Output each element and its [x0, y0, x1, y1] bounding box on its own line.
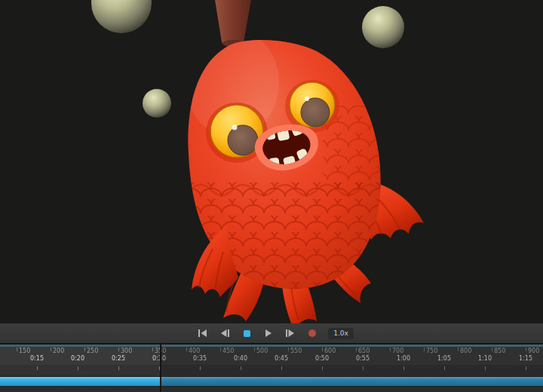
record-icon	[308, 329, 316, 337]
play-icon	[265, 329, 272, 337]
progress-remaining	[160, 377, 543, 386]
step-forward-icon	[286, 329, 295, 337]
bubble	[143, 89, 171, 118]
frame-number-label: 200	[53, 348, 64, 354]
step-back-button[interactable]	[219, 327, 231, 339]
fish-artwork	[0, 0, 543, 323]
frame-tick	[17, 348, 17, 351]
bubble	[91, 0, 152, 33]
time-tick	[118, 366, 119, 370]
record-button[interactable]	[306, 327, 318, 339]
animation-player-window: 1.0x 15020025030035040045050055060065070…	[0, 0, 543, 392]
time-tick	[37, 366, 38, 370]
frame-tick	[51, 348, 51, 351]
step-forward-button[interactable]	[284, 327, 296, 339]
play-button[interactable]	[262, 327, 275, 339]
transport-bar: 1.0x	[0, 323, 543, 343]
ruler-future-shade	[160, 347, 543, 376]
goldfish-character	[181, 0, 424, 323]
frame-tick	[84, 348, 85, 351]
timeline-progress-track[interactable]	[0, 376, 543, 387]
frame-tick	[118, 348, 119, 351]
frame-number-label: 250	[87, 348, 98, 354]
playhead[interactable]	[160, 344, 161, 392]
time-label: 0:20	[71, 355, 84, 362]
stop-button[interactable]	[241, 327, 253, 339]
bubble	[362, 6, 404, 48]
time-tick	[78, 366, 78, 370]
bottom-strip	[0, 387, 543, 392]
skip-start-icon	[198, 329, 207, 337]
frame-tick	[152, 348, 153, 351]
stop-icon	[244, 330, 250, 337]
frame-number-label: 300	[121, 348, 132, 354]
skip-to-start-button[interactable]	[197, 327, 209, 339]
step-back-icon	[220, 329, 229, 337]
frame-number-label: 150	[19, 348, 30, 354]
progress-played	[0, 377, 160, 386]
time-label: 0:25	[112, 355, 125, 362]
canvas-viewport[interactable]	[0, 0, 543, 323]
time-label: 0:15	[30, 355, 44, 362]
playback-speed-badge[interactable]: 1.0x	[328, 328, 354, 339]
